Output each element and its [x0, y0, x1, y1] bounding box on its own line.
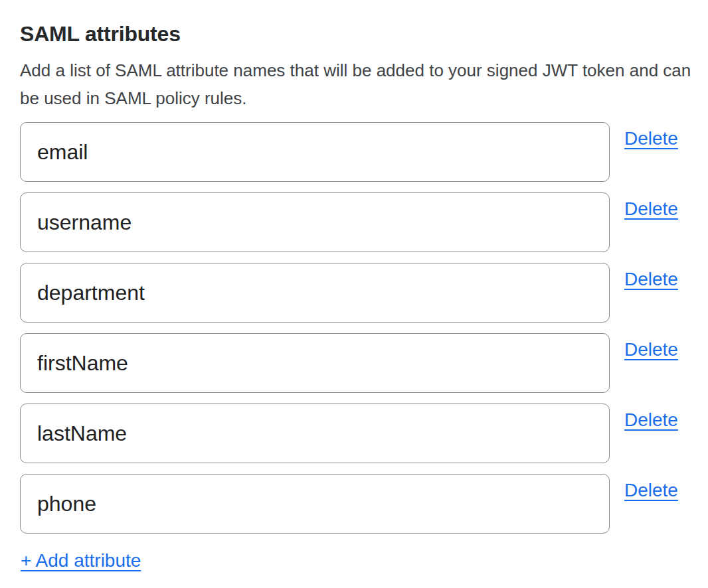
- section-title: SAML attributes: [20, 21, 692, 46]
- attribute-list: Delete Delete Delete Delete Delete Delet…: [20, 122, 692, 534]
- attribute-row: Delete: [20, 404, 692, 463]
- page: SAML attributes Add a list of SAML attri…: [0, 0, 708, 588]
- delete-link[interactable]: Delete: [624, 479, 678, 502]
- add-attribute-link[interactable]: + Add attribute: [21, 550, 141, 572]
- delete-link[interactable]: Delete: [624, 268, 678, 291]
- delete-link[interactable]: Delete: [624, 338, 678, 361]
- attribute-row: Delete: [20, 192, 692, 252]
- section-description: Add a list of SAML attribute names that …: [20, 56, 692, 112]
- saml-attributes-section: SAML attributes Add a list of SAML attri…: [0, 0, 708, 572]
- attribute-row: Delete: [20, 333, 692, 393]
- attribute-input[interactable]: [20, 263, 610, 323]
- attribute-row: Delete: [20, 263, 692, 323]
- delete-link[interactable]: Delete: [624, 409, 678, 431]
- attribute-row: Delete: [20, 122, 692, 182]
- attribute-input[interactable]: [20, 122, 610, 182]
- attribute-input[interactable]: [20, 333, 610, 393]
- delete-link[interactable]: Delete: [624, 198, 678, 220]
- delete-link[interactable]: Delete: [624, 127, 678, 150]
- attribute-input[interactable]: [20, 404, 610, 463]
- attribute-row: Delete: [20, 474, 692, 534]
- attribute-input[interactable]: [20, 474, 610, 534]
- attribute-input[interactable]: [20, 192, 610, 252]
